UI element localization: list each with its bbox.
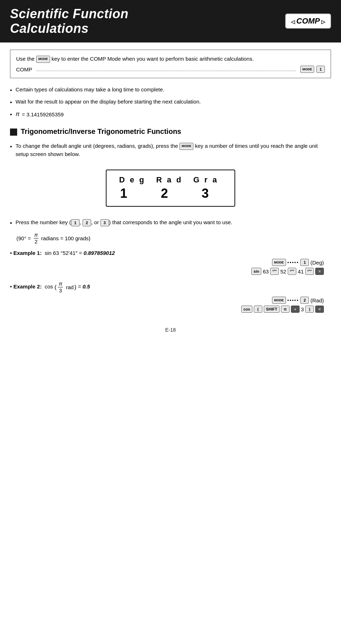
key-dms3-ex1: °''' (305, 268, 314, 275)
display-box: Deg Rad Gra 1 2 3 (106, 170, 235, 207)
page-header: Scientific Function Calculations COMP (0, 0, 341, 42)
key-1-ex1: 1 (300, 259, 309, 266)
example1-result: 0.897859012 (84, 250, 115, 256)
trig-section-heading: Trigonometric/Inverse Trigonometric Func… (10, 127, 331, 136)
intro-box: Use the MODE key to enter the COMP Mode … (10, 50, 331, 79)
open-paren-ex2: ( (55, 284, 57, 291)
heading-square (10, 129, 17, 136)
frac-num-ex2: π (58, 281, 63, 287)
key-2-ex2: 2 (300, 297, 309, 304)
frac-denominator: 2 (34, 238, 38, 245)
key-dms1-ex1: °''' (270, 268, 279, 275)
example1-key-row1: MODE ••••• 1 (Deg) (10, 259, 331, 266)
rad-label-ex2: rad (64, 284, 74, 290)
trig-heading-text: Trigonometric/Inverse Trigonometric Func… (21, 127, 181, 136)
example2-block: • Example 2: cos ( π 3 rad ) = 0.5 MODE … (10, 281, 331, 313)
bullet-dot-1: • (10, 86, 12, 95)
key-eq-ex2: = (315, 306, 324, 313)
display-row1: Deg Rad Gra (117, 175, 224, 185)
bullet-item-2: • Wait for the result to appear on the d… (10, 97, 331, 107)
key-div-ex2: ÷ (291, 306, 300, 313)
num-63-ex1: 63 (263, 268, 269, 275)
key-eq-ex1: = (315, 268, 324, 275)
bullet-dot-2: • (10, 98, 12, 107)
key-mode-ex2: MODE (272, 297, 286, 304)
close-paren-ex2: ) (74, 284, 76, 291)
pi-fraction: π 2 (34, 232, 39, 245)
example1-block: • Example 1: sin 63 °52′41″ = 0.89785901… (10, 250, 331, 275)
formula-open: (90° = (16, 235, 33, 241)
formula-90-line: (90° = π 2 radians = 100 grads) (16, 232, 331, 245)
trig-bullet-text: To change the default angle unit (degree… (16, 142, 331, 159)
press-key-bullet: • Press the number key (1, 2, or 3) that… (10, 218, 331, 227)
bullet-section: • Certain types of calculations may take… (10, 85, 331, 119)
bullet-text-2: Wait for the result to appear on the dis… (16, 97, 201, 106)
key-pi-ex2: π (281, 306, 290, 313)
key-2-press: 2 (83, 219, 91, 226)
intro-mode-row: COMP MODE 1 (16, 66, 325, 73)
comp-mode-badge: COMP (285, 14, 331, 29)
press-key-dot: • (10, 219, 12, 227)
main-content: Use the MODE key to enter the COMP Mode … (0, 42, 341, 343)
key-shift-ex2: SHIFT (264, 306, 280, 313)
example1-strong: Example 1: (13, 250, 41, 256)
dots-ex2: ••••• (287, 298, 299, 303)
key-sin-ex1: sin (251, 268, 261, 275)
dots-ex1: ••••• (287, 260, 299, 265)
mode-key-trig: MODE (179, 143, 193, 150)
key-1-comp: 1 (316, 66, 325, 73)
page-title: Scientific Function Calculations (10, 6, 129, 36)
example1-key-row2: sin 63 °''' 52 °''' 41 °''' = (10, 268, 331, 275)
example2-result: 0.5 (83, 284, 90, 290)
trig-bullet-item: • To change the default angle unit (degr… (10, 142, 331, 159)
key-3-press: 3 (100, 219, 109, 226)
rad-label-key-ex2: (Rad) (310, 297, 324, 303)
example2-key-row1: MODE ••••• 2 (Rad) (10, 297, 331, 304)
bullet-dot-3: • (10, 110, 12, 119)
dots-line (36, 67, 296, 71)
num-41-ex1: 41 (298, 268, 304, 275)
trig-bullet-dot: • (10, 142, 12, 151)
num-52-ex1: 52 (280, 268, 286, 275)
bullet-text-1: Certain types of calculations may take a… (16, 85, 164, 94)
comp-label: COMP (16, 66, 32, 72)
key-cos-ex2: cos (241, 306, 252, 313)
example2-key-row2: cos ( SHIFT π ÷ 3 ) = (10, 306, 331, 313)
page-number: E-18 (10, 327, 331, 333)
bullet-item-3: • π = 3.14159265359 (10, 110, 331, 119)
example2-formula-inline: ( π 3 rad ) (55, 281, 76, 294)
frac-numerator: π (34, 232, 39, 238)
bullet-item-1: • Certain types of calculations may take… (10, 85, 331, 95)
display-row2: 1 2 3 (117, 186, 224, 201)
press-key-text: Press the number key (1, 2, or 3) that c… (16, 218, 232, 226)
bullet-text-3: π = 3.14159265359 (16, 110, 64, 119)
key-close-paren-ex2: ) (305, 306, 314, 313)
display-wrap: Deg Rad Gra 1 2 3 (10, 164, 331, 212)
num-3-ex2: 3 (301, 306, 304, 312)
formula-close: radians = 100 grads) (40, 235, 90, 241)
pi-value: = 3.14159265359 (22, 110, 64, 119)
example2-label: • Example 2: cos ( π 3 rad ) = 0.5 (10, 281, 331, 294)
key-1-press: 1 (71, 219, 80, 226)
example2-strong: Example 2: (13, 284, 41, 290)
frac-den-ex2: 3 (58, 287, 63, 294)
mode-key-inline: MODE (36, 56, 50, 63)
pi-symbol: π (16, 110, 20, 119)
deg-label-ex1: (Deg) (310, 260, 324, 266)
key-open-paren-ex2: ( (254, 306, 262, 313)
key-mode-ex1: MODE (272, 259, 286, 266)
example1-label: • Example 1: sin 63 °52′41″ = 0.89785901… (10, 250, 331, 256)
mode-key-comp: MODE (300, 66, 314, 73)
intro-text: Use the MODE key to enter the COMP Mode … (16, 55, 325, 63)
key-dms2-ex1: °''' (288, 268, 296, 275)
pi-frac-ex2: π 3 (58, 281, 63, 294)
